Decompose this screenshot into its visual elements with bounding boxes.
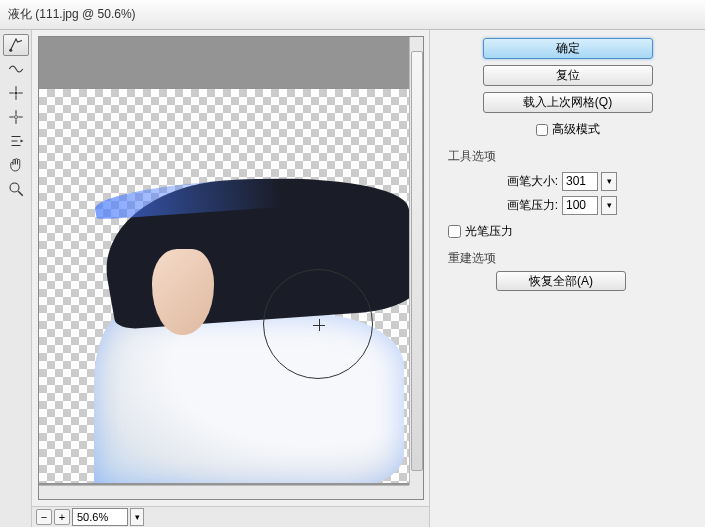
scrollbar-corner xyxy=(409,485,423,499)
pucker-tool[interactable] xyxy=(3,82,29,104)
brush-size-input[interactable] xyxy=(562,172,598,191)
svg-point-1 xyxy=(14,92,17,95)
zoom-dropdown[interactable]: ▾ xyxy=(130,508,144,526)
zoom-out-button[interactable]: − xyxy=(36,509,52,525)
window-title: 液化 (111.jpg @ 50.6%) xyxy=(8,6,136,23)
image-view[interactable] xyxy=(39,89,411,485)
canvas-frame xyxy=(32,30,429,506)
svg-line-4 xyxy=(18,191,23,196)
svg-point-2 xyxy=(14,116,17,119)
brush-pressure-input[interactable] xyxy=(562,196,598,215)
brush-options: 画笔大小: ▾ 画笔压力: ▾ xyxy=(494,169,687,217)
hand-tool[interactable] xyxy=(3,154,29,176)
options-panel: 确定 复位 载入上次网格(Q) 高级模式 工具选项 画笔大小: ▾ 画笔压力: … xyxy=(430,30,705,527)
svg-point-0 xyxy=(9,49,12,52)
chevron-down-icon: ▾ xyxy=(607,200,612,210)
reset-button[interactable]: 复位 xyxy=(483,65,653,86)
zoom-tool[interactable] xyxy=(3,178,29,200)
bloat-tool[interactable] xyxy=(3,106,29,128)
app-body: − + ▾ 确定 复位 载入上次网格(Q) 高级模式 工具选项 画笔大小: ▾ … xyxy=(0,30,705,527)
push-left-tool[interactable] xyxy=(3,130,29,152)
brush-size-label: 画笔大小: xyxy=(494,173,558,190)
vertical-scrollbar[interactable] xyxy=(409,37,423,485)
pen-pressure-checkbox[interactable] xyxy=(448,225,461,238)
canvas[interactable] xyxy=(38,36,424,500)
dialog-buttons: 确定 复位 载入上次网格(Q) xyxy=(448,38,687,113)
brush-pressure-row: 画笔压力: ▾ xyxy=(494,193,687,217)
horizontal-scrollbar[interactable] xyxy=(39,485,409,499)
brush-pressure-label: 画笔压力: xyxy=(494,197,558,214)
zoom-field[interactable] xyxy=(72,508,128,526)
pen-pressure-row: 光笔压力 xyxy=(448,223,687,240)
reconstruct-options-label: 重建选项 xyxy=(448,250,687,267)
titlebar: 液化 (111.jpg @ 50.6%) xyxy=(0,0,705,30)
restore-all-button[interactable]: 恢复全部(A) xyxy=(496,271,626,291)
advanced-mode-checkbox[interactable] xyxy=(536,124,548,136)
advanced-mode-row: 高级模式 xyxy=(448,121,687,138)
brush-size-dropdown[interactable]: ▾ xyxy=(601,172,617,191)
svg-point-3 xyxy=(10,183,19,192)
brush-size-row: 画笔大小: ▾ xyxy=(494,169,687,193)
load-last-mesh-button[interactable]: 载入上次网格(Q) xyxy=(483,92,653,113)
reconstruct-tool[interactable] xyxy=(3,58,29,80)
advanced-mode-label: 高级模式 xyxy=(552,121,600,138)
toolbar xyxy=(0,30,32,527)
pen-pressure-label: 光笔压力 xyxy=(465,223,513,240)
canvas-area: − + ▾ xyxy=(32,30,430,527)
zoom-in-button[interactable]: + xyxy=(54,509,70,525)
canvas-padding-top xyxy=(39,37,423,89)
tool-options-label: 工具选项 xyxy=(448,148,687,165)
forward-warp-tool[interactable] xyxy=(3,34,29,56)
chevron-down-icon: ▾ xyxy=(607,176,612,186)
scrollbar-thumb[interactable] xyxy=(411,51,423,471)
brush-pressure-dropdown[interactable]: ▾ xyxy=(601,196,617,215)
zoom-strip: − + ▾ xyxy=(32,506,429,527)
subject-image xyxy=(94,179,414,489)
chevron-down-icon: ▾ xyxy=(135,512,140,522)
ok-button[interactable]: 确定 xyxy=(483,38,653,59)
